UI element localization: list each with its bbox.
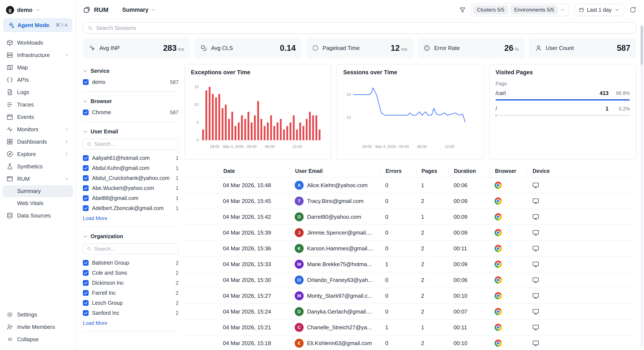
session-row[interactable]: 04 Mar 2026, 15:18EEli.Kshlerin63@gmail.… [184,336,636,350]
sidebar-item-logs[interactable]: Logs [2,86,73,98]
load-more-link[interactable]: Load More [83,318,178,327]
column-header-user-email[interactable]: User Email [290,168,380,174]
sidebar-item-invite-members[interactable]: Invite Members [2,321,73,333]
session-row[interactable]: 04 Mar 2026, 15:33MMarie.Brekke75@hotma.… [184,257,636,272]
filter-option[interactable]: demo587 [83,77,178,87]
column-header-date[interactable]: Date [218,168,290,174]
sidebar-item-synthetics[interactable]: Synthetics [2,160,73,172]
sidebar-item-dashboards[interactable]: Dashboards [2,136,73,148]
session-row[interactable]: 04 Mar 2026, 15:27MMonty_Stark97@gmail.c… [184,288,636,304]
checkbox-checked[interactable] [83,280,88,286]
session-row[interactable]: 04 Mar 2026, 15:48AAlice.Kiehn@yahoo.com… [184,178,636,193]
checkbox-checked[interactable] [83,155,88,161]
filter-option-label: Sanford Inc [92,310,119,316]
session-row[interactable]: 04 Mar 2026, 15:21CChanelle_Streich27@ya… [184,320,636,336]
agent-mode-button[interactable]: Agent Mode ⌘⇧A [4,18,72,32]
checkbox-checked[interactable] [83,175,88,181]
checkbox-checked[interactable] [83,260,88,266]
session-row[interactable]: 04 Mar 2026, 15:45TTracy.Bins@gmail.com0… [184,193,636,209]
checkbox-checked[interactable] [83,109,88,115]
filter-option[interactable]: Chrome587 [83,107,178,117]
sidebar-item-summary[interactable]: Summary [2,185,73,197]
filter-option[interactable]: Cole and Sons2 [83,268,178,278]
filter-section-header[interactable]: User Email [83,126,178,138]
filter-search-input[interactable] [94,141,175,147]
clusters-pill[interactable]: Clusters 5/5 [473,5,508,14]
column-header-duration[interactable]: Duration [448,168,490,174]
column-header-device[interactable]: Device [527,168,636,174]
sidebar-item-web-vitals[interactable]: Web Vitals [2,197,73,209]
session-row[interactable]: 04 Mar 2026, 15:30OOrlando_Franey63@yah.… [184,272,636,288]
session-row[interactable]: 04 Mar 2026, 15:42DDarrel80@yahoo.com010… [184,209,636,225]
filter-option[interactable]: Sanford Inc2 [83,308,178,318]
cluster-env-selector[interactable]: Clusters 5/5 Environments 5/5 [471,3,569,16]
checkbox-checked[interactable] [83,205,88,211]
view-selector[interactable]: Summary [122,6,156,13]
filter-option[interactable]: Farrell Inc2 [83,288,178,298]
sidebar-item-events[interactable]: Events [2,111,73,123]
session-row[interactable]: 04 Mar 2026, 15:24DDanyka.Gerlach@gmail.… [184,304,636,320]
column-header-pages[interactable]: Pages [416,168,448,174]
filter-option[interactable]: Abe.Wuckert@yahoo.com1 [83,183,178,193]
refresh-icon[interactable] [630,6,636,13]
sidebar-item-data-sources[interactable]: Data Sources [2,210,73,222]
checkbox-checked[interactable] [83,185,88,191]
sidebar-item-infrastructure[interactable]: Infrastructure [2,49,73,61]
filter-option[interactable]: Balistreri Group2 [83,258,178,268]
svg-text:20: 20 [346,92,351,97]
sidebar-item-traces[interactable]: Traces [2,99,73,111]
sidebar-item-workloads[interactable]: Workloads [2,37,73,49]
sidebar-item-collapse[interactable]: Collapse [2,333,73,345]
search-sessions-input[interactable] [96,25,632,31]
filter-option[interactable]: Aaliyah61@hotmail.com1 [83,153,178,163]
page-title: RUM [94,6,108,13]
checkbox-checked[interactable] [83,310,88,316]
checkbox-checked[interactable] [83,300,88,306]
session-row[interactable]: 04 Mar 2026, 15:36KKarson.Hammes@gmail..… [184,241,636,257]
visited-page-row[interactable]: /10.2% [496,106,630,116]
environments-pill[interactable]: Environments 5/5 [510,5,558,14]
sidebar-item-apis[interactable]: APIs [2,74,73,86]
filter-option-count: 1 [176,195,178,201]
filter-search-input[interactable] [94,246,175,252]
filter-section-header[interactable]: Service [83,66,178,77]
sidebar-item-explore[interactable]: Explore [2,148,73,160]
checkbox-checked[interactable] [83,270,88,276]
sidebar-item-map[interactable]: Map [2,61,73,73]
filter-option[interactable]: Dickinson Inc2 [83,278,178,288]
workspace-selector[interactable]: g demo [0,2,76,17]
checkbox-checked[interactable] [83,165,88,171]
load-more-link[interactable]: Load More [83,213,178,222]
checkbox-checked[interactable] [83,195,88,201]
session-pages: 2 [416,308,448,315]
filter-option[interactable]: Abdul.Kuhn@gmail.com1 [83,163,178,173]
filter-section-header[interactable]: Browser [83,96,178,107]
filter-option[interactable]: Abdul_Cruickshank@yahoo.com1 [83,173,178,183]
visited-page-row[interactable]: /cart41399.8% [496,90,630,100]
filter-option[interactable]: Adelbert.Zboncak@gmail.com1 [83,203,178,213]
filter-section-header[interactable]: Organization [83,231,178,242]
filter-option[interactable]: Lesch Group2 [83,298,178,308]
session-date: 04 Mar 2026, 15:48 [218,182,290,189]
sidebar-item-settings[interactable]: Settings [2,309,73,321]
filter-option-label: Lesch Group [92,300,122,306]
filter-funnel-icon[interactable] [459,6,466,13]
checkbox-checked[interactable] [83,290,88,296]
time-range-selector[interactable]: Last 1 day [574,4,624,16]
session-row[interactable]: 04 Mar 2026, 15:39JJimmie.Spencer@gmail.… [184,225,636,241]
session-browser [490,292,527,300]
sidebar-item-monitors[interactable]: Monitors [2,123,73,135]
column-header-errors[interactable]: Errors [380,168,416,174]
column-header-browser[interactable]: Browser [490,168,527,174]
page-scrollbar[interactable] [640,25,643,348]
filter-option[interactable]: Abel88@gmail.com1 [83,193,178,203]
checkbox-checked[interactable] [83,79,88,85]
scrollbar-thumb[interactable] [640,26,643,65]
sidebar-item-rum[interactable]: RUM [2,173,73,185]
sidebar-item-label: Traces [17,101,34,108]
filter-section-service: Servicedemo587 [83,64,178,92]
filter-option-label: demo [92,79,106,85]
compass-icon [6,151,13,157]
session-date: 04 Mar 2026, 15:27 [218,293,290,299]
user-email-text: Orlando_Franey63@yah... [307,277,372,283]
